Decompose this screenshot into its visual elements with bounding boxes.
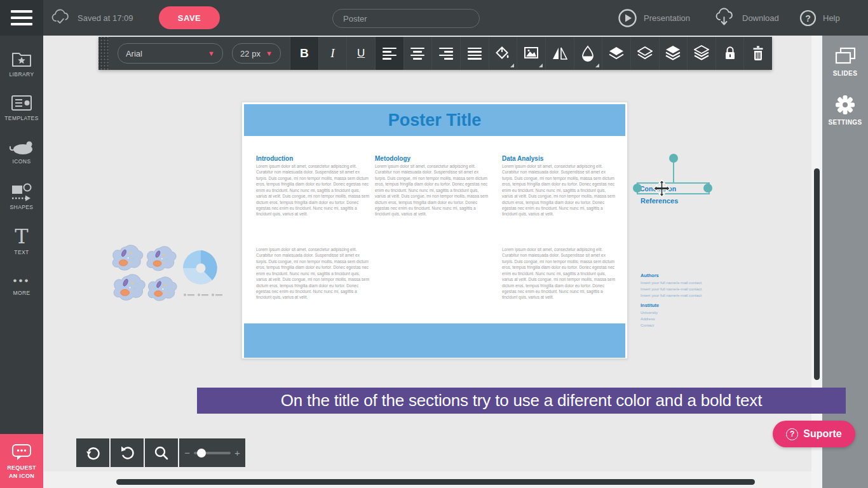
poster-header-band[interactable]: Poster Title: [244, 104, 625, 136]
gear-icon: [834, 93, 857, 116]
opacity-droplet-icon: [580, 45, 595, 62]
institute-line: Address: [641, 316, 659, 322]
align-right-button[interactable]: [431, 37, 460, 70]
body-text-block[interactable]: Lorem ipsum dolor sit amet, consectetur …: [256, 163, 370, 217]
request-icon-label-line1: REQUEST: [7, 464, 36, 472]
underline-button[interactable]: U: [346, 37, 375, 70]
author-line: Insert your full name/e-mail contact: [641, 280, 702, 286]
body-text-block[interactable]: Lorem ipsum dolor sit amet, consectetur …: [502, 247, 616, 301]
cell-icon[interactable]: [112, 245, 143, 270]
institute-heading: Institute: [641, 302, 659, 308]
horizontal-scrollbar-thumb[interactable]: [116, 479, 755, 485]
selection-rotation-line: [673, 162, 674, 182]
bold-button[interactable]: B: [290, 37, 318, 70]
body-text-block[interactable]: Lorem ipsum dolor sit amet, consectetur …: [375, 163, 489, 217]
selection-right-handle[interactable]: [703, 184, 712, 193]
section-heading-data-analysis[interactable]: Data Analysis: [502, 155, 543, 162]
author-line: Insert your full name/e-mail contact: [641, 292, 702, 299]
cloud-saved-icon: [51, 8, 71, 27]
selected-text-element-conclusion[interactable]: Conclusion: [637, 182, 710, 194]
app-window: Saved at 17:09 SAVE Presentation Downloa…: [0, 0, 868, 488]
cell-icon[interactable]: [147, 247, 176, 271]
body-text-block[interactable]: Lorem ipsum dolor sit amet, consectetur …: [502, 163, 616, 217]
flip-horizontal-icon: [552, 46, 567, 60]
sidebar-item-slides[interactable]: SLIDES: [833, 46, 858, 77]
sidebar-item-label: MORE: [13, 290, 30, 296]
zoom-button[interactable]: [145, 438, 178, 467]
sidebar-item-label: TEMPLATES: [4, 115, 39, 121]
fill-color-button[interactable]: [489, 37, 517, 70]
save-button[interactable]: SAVE: [159, 6, 220, 29]
send-backward-button[interactable]: [630, 37, 659, 70]
selection-rotate-handle[interactable]: [669, 154, 678, 163]
italic-button[interactable]: I: [318, 37, 347, 70]
font-size-unit: px: [252, 49, 261, 58]
image-fill-button[interactable]: [517, 37, 545, 70]
zoom-out-label[interactable]: −: [184, 447, 190, 458]
sidebar-item-text[interactable]: T TEXT: [0, 219, 43, 263]
play-icon: [618, 8, 637, 28]
body-text-block[interactable]: Lorem ipsum dolor sit amet, consectetur …: [256, 247, 370, 301]
cell-icon[interactable]: [114, 274, 145, 301]
flip-horizontal-button[interactable]: [545, 37, 574, 70]
font-family-select[interactable]: Arial ▼: [118, 43, 223, 64]
canvas-controls: − +: [76, 438, 245, 467]
opacity-button[interactable]: [574, 37, 602, 70]
toolbar-drag-handle[interactable]: [98, 37, 109, 70]
redo-button[interactable]: [76, 438, 109, 467]
font-size-value: 22: [240, 49, 249, 58]
vertical-scrollbar-thumb[interactable]: [814, 168, 820, 380]
trash-icon: [751, 45, 765, 62]
bring-forward-button[interactable]: [602, 37, 630, 70]
zoom-slider[interactable]: [194, 452, 231, 454]
undo-button[interactable]: [111, 438, 144, 467]
font-size-select[interactable]: 22 px ▼: [232, 43, 281, 64]
bring-to-front-button[interactable]: [659, 37, 688, 70]
support-button[interactable]: ? Suporte: [773, 421, 855, 447]
lock-button[interactable]: [715, 37, 744, 70]
undo-icon: [119, 445, 135, 461]
bring-to-front-icon: [665, 45, 681, 62]
text-element-authors[interactable]: Authors Insert your full name/e-mail con…: [641, 273, 702, 299]
align-center-icon: [410, 48, 424, 60]
text-element-institute[interactable]: Institute University Address Contact: [641, 302, 659, 329]
cloud-download-icon: [714, 8, 736, 28]
poster-page[interactable]: Poster Title Introduction Metodology Dat…: [241, 102, 628, 359]
align-left-button[interactable]: [375, 37, 403, 70]
align-justify-button[interactable]: [460, 37, 489, 70]
sidebar-item-label: ICONS: [13, 158, 31, 165]
delete-button[interactable]: [743, 37, 772, 70]
download-button[interactable]: Download: [714, 8, 779, 28]
sidebar-item-shapes[interactable]: SHAPES: [0, 174, 43, 219]
poster-footer-band[interactable]: [244, 323, 625, 358]
presentation-button[interactable]: Presentation: [618, 8, 690, 28]
send-to-back-button[interactable]: [687, 37, 715, 70]
selection-left-handle[interactable]: [633, 184, 642, 193]
dropdown-corner-indicator: [510, 64, 514, 67]
align-center-button[interactable]: [403, 37, 432, 70]
zoom-slider-knob[interactable]: [197, 449, 206, 458]
request-an-icon-button[interactable]: REQUEST AN ICON: [0, 434, 43, 488]
cell-illustrations-group[interactable]: [108, 241, 225, 301]
donut-chart-icon[interactable]: [183, 250, 219, 286]
text-element-references[interactable]: References: [641, 197, 678, 205]
sidebar-item-icons[interactable]: ICONS: [0, 130, 43, 174]
zoom-in-label[interactable]: +: [234, 447, 240, 458]
align-left-icon: [383, 48, 397, 60]
dropdown-corner-indicator: [539, 64, 543, 67]
text-format-toolbar: Arial ▼ 22 px ▼ B I U: [98, 37, 772, 70]
section-heading-metodology[interactable]: Metodology: [375, 155, 410, 162]
hamburger-menu-button[interactable]: [0, 0, 43, 36]
magnifier-icon: [153, 445, 170, 461]
sidebar-item-more[interactable]: ••• MORE: [0, 263, 43, 308]
chevron-down-icon: ▼: [266, 50, 273, 57]
sidebar-item-settings[interactable]: SETTINGS: [828, 93, 862, 126]
send-to-back-icon: [694, 45, 709, 62]
sidebar-item-templates[interactable]: TEMPLATES: [0, 85, 43, 130]
cell-icon[interactable]: [148, 277, 177, 301]
help-button[interactable]: ? Help: [799, 10, 840, 27]
section-heading-introduction[interactable]: Introduction: [256, 155, 293, 162]
poster-title[interactable]: Poster Title: [244, 104, 625, 136]
document-title-input[interactable]: [332, 9, 480, 28]
sidebar-item-library[interactable]: LIBRARY: [0, 41, 43, 85]
